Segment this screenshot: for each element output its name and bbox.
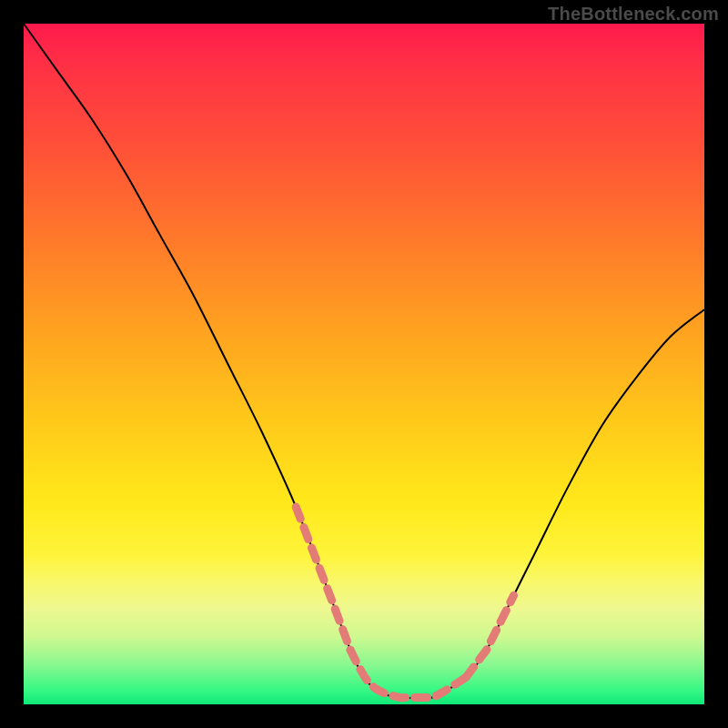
bottleneck-curve: [24, 24, 704, 698]
highlight-segment: [466, 595, 513, 677]
chart-frame: TheBottleneck.com: [0, 0, 728, 728]
highlight-segment: [296, 507, 350, 650]
watermark-text: TheBottleneck.com: [548, 4, 719, 25]
chart-svg: [24, 24, 704, 704]
highlight-segments: [296, 507, 513, 698]
highlight-segment: [350, 650, 466, 698]
plot-area: [24, 24, 704, 704]
